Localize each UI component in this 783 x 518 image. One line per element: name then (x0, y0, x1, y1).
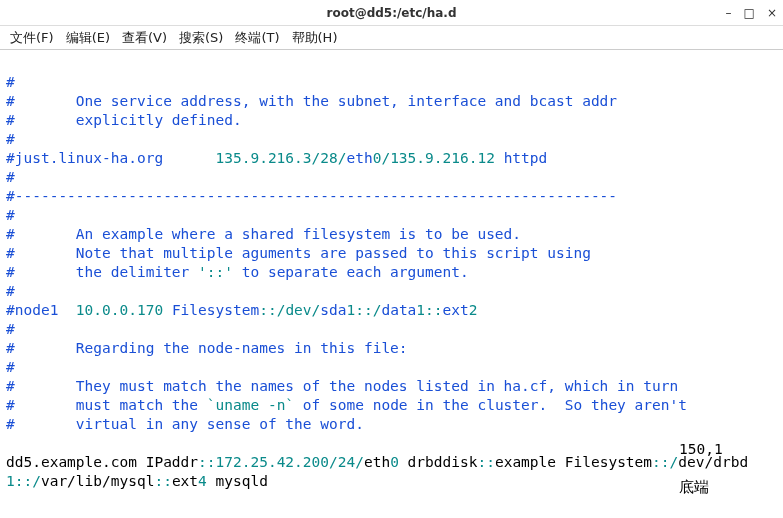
mount-name: var/lib/mysql (41, 473, 155, 489)
resource-name: example Filesystem (495, 454, 652, 470)
blank-line (6, 435, 15, 451)
comment-line: # must match the (6, 397, 207, 413)
comment-line: # (6, 359, 15, 375)
device-name: sda (320, 302, 346, 318)
mount-name: data (381, 302, 416, 318)
menu-view[interactable]: 查看(V) (118, 27, 171, 49)
terminal-viewport[interactable]: # # One service address, with the subnet… (0, 50, 783, 518)
comment-line: # They must match the names of the nodes… (6, 378, 678, 394)
comment-line: # (6, 321, 15, 337)
path-token: 1::/ (347, 302, 382, 318)
close-button[interactable]: × (767, 6, 777, 20)
menubar: 文件(F) 编辑(E) 查看(V) 搜索(S) 终端(T) 帮助(H) (0, 26, 783, 50)
backtick-token: `uname -n` (207, 397, 294, 413)
menu-term[interactable]: 终端(T) (231, 27, 283, 49)
comment-line: #---------------------------------------… (6, 188, 617, 204)
comment-line: # (6, 283, 15, 299)
comment-line: # (6, 131, 15, 147)
comment-line: #just.linux-ha.org (6, 150, 216, 166)
menu-search[interactable]: 搜索(S) (175, 27, 227, 49)
menu-edit[interactable]: 编辑(E) (62, 27, 114, 49)
minimize-button[interactable]: – (726, 6, 732, 20)
comment-line: of some node in the cluster. So they are… (294, 397, 687, 413)
comment-line: # Regarding the node-names in this file: (6, 340, 408, 356)
delimiter-token: :: (477, 454, 494, 470)
vim-statusline: 150,1 底端 (644, 421, 769, 516)
path-token: 1::/ (6, 473, 41, 489)
fs-type: ext (443, 302, 469, 318)
scroll-indicator: 底端 (679, 479, 709, 495)
comment-line: # virtual in any sense of the word. (6, 416, 364, 432)
ip-literal: 135.9.216.3/28/ (216, 150, 347, 166)
menu-help[interactable]: 帮助(H) (288, 27, 342, 49)
comment-line: # (6, 207, 15, 223)
cursor-position: 150,1 (679, 440, 769, 459)
comment-line: # An example where a shared filesystem i… (6, 226, 521, 242)
fs-type: ext (172, 473, 198, 489)
window-title: root@dd5:/etc/ha.d (0, 6, 783, 20)
number-token: 2 (469, 302, 478, 318)
comment-line: # Note that multiple aguments are passed… (6, 245, 591, 261)
resource-name: Filesystem (172, 302, 259, 318)
comment-line: # (6, 169, 15, 185)
resource-name: drbddisk (408, 454, 478, 470)
menu-file[interactable]: 文件(F) (6, 27, 58, 49)
ip-literal: ::172.25.42.200/24/ (198, 454, 364, 470)
hostname: dd5.example.com IPaddr (6, 454, 198, 470)
comment-line: to separate each argument. (233, 264, 469, 280)
comment-line: # the delimiter (6, 264, 198, 280)
window-controls: – □ × (726, 6, 777, 20)
number-token: 4 (198, 473, 215, 489)
iface-name: eth (346, 150, 372, 166)
maximize-button[interactable]: □ (744, 6, 755, 20)
delimiter-token: :: (154, 473, 171, 489)
delimiter-token: '::' (198, 264, 233, 280)
comment-line: # One service address, with the subnet, … (6, 93, 617, 109)
path-token: 1:: (416, 302, 442, 318)
number-token: 0 (390, 454, 407, 470)
comment-line: # (6, 74, 15, 90)
comment-line: # explicitly defined. (6, 112, 242, 128)
service-name: mysqld (216, 473, 268, 489)
titlebar: root@dd5:/etc/ha.d – □ × (0, 0, 783, 26)
ip-literal: 10.0.0.170 (76, 302, 172, 318)
path-token: ::/dev/ (259, 302, 320, 318)
comment-line: #node1 (6, 302, 76, 318)
service-name: httpd (504, 150, 548, 166)
ip-literal: 0/135.9.216.12 (373, 150, 504, 166)
iface-name: eth (364, 454, 390, 470)
